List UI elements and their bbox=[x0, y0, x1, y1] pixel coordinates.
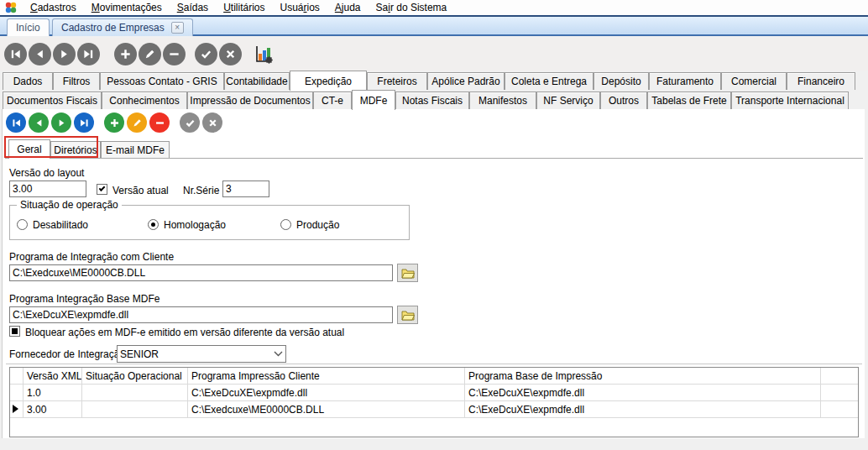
tab-filtros[interactable]: Filtros bbox=[53, 72, 100, 90]
col-programa-impressao-cliente[interactable]: Programa Impressão Cliente bbox=[188, 368, 465, 384]
tab-nf-servico[interactable]: NF Serviço bbox=[536, 92, 600, 109]
prior-record-button[interactable] bbox=[29, 43, 51, 65]
tab-freteiros[interactable]: Freteiros bbox=[367, 72, 427, 90]
subtab-diretorios[interactable]: Diretórios bbox=[50, 141, 101, 158]
cell-versao[interactable]: 3.00 bbox=[24, 401, 82, 417]
nr-serie-label: Nr.Série bbox=[183, 185, 219, 196]
confirm-button-inner[interactable] bbox=[180, 112, 200, 133]
menu-bar: Cadastros Movimentações Saídas Utilitári… bbox=[0, 0, 868, 15]
cell-prog-cliente[interactable]: C:\Exedcuxe\ME0000CB.DLL bbox=[188, 401, 465, 417]
insert-record-button-inner[interactable] bbox=[104, 112, 124, 133]
tab-coleta-e-entrega[interactable]: Coleta e Entrega bbox=[505, 72, 593, 90]
cancel-button[interactable] bbox=[219, 43, 242, 65]
tab-faturamento[interactable]: Faturamento bbox=[649, 72, 721, 90]
prog-integracao-cliente-label: Programa de Integração com Cliente bbox=[9, 251, 174, 263]
tab-apolice-padrao[interactable]: Apólice Padrão bbox=[427, 72, 505, 90]
radio-homologacao-label: Homologação bbox=[164, 219, 226, 231]
tab-impressao-de-documentos[interactable]: Impressão de Documentos bbox=[187, 92, 313, 109]
close-tab-icon[interactable]: × bbox=[171, 22, 184, 34]
fornecedor-integracao-select[interactable]: SENIOR bbox=[117, 345, 286, 363]
menu-cadastros[interactable]: Cadastros bbox=[23, 1, 84, 14]
menu-sair-do-sistema[interactable]: Sair do Sistema bbox=[369, 1, 455, 14]
prog-integracao-base-input[interactable]: C:\ExeDcuXE\expmdfe.dll bbox=[9, 306, 393, 323]
cell-versao[interactable]: 1.0 bbox=[24, 385, 82, 400]
cell-prog-cliente[interactable]: C:\ExeDcuXE\expmdfe.dll bbox=[188, 385, 465, 400]
confirm-button[interactable] bbox=[195, 43, 217, 65]
situacao-operacao-groupbox: Situação de operação Desabilitado Homolo… bbox=[9, 205, 410, 240]
menu-usuarios[interactable]: Usuários bbox=[272, 1, 327, 14]
menu-ajuda[interactable]: Ajuda bbox=[327, 1, 369, 14]
expedicao-tab-bar: Documentos Fiscais Conhecimentos Impress… bbox=[3, 90, 849, 109]
menu-movimentacoes[interactable]: Movimentações bbox=[84, 1, 170, 14]
tab-pessoas-contato-gris[interactable]: Pessoas Contato - GRIS bbox=[100, 72, 224, 90]
delete-record-button[interactable] bbox=[163, 43, 186, 65]
prior-record-button-inner[interactable] bbox=[29, 112, 49, 133]
cell-situacao[interactable] bbox=[82, 401, 188, 417]
col-situacao-operacional[interactable]: Situação Operacional bbox=[82, 368, 188, 384]
grid-header-filler bbox=[821, 368, 858, 384]
prog-integracao-cliente-input[interactable]: C:\Exedcuxe\ME0000CB.DLL bbox=[9, 264, 393, 281]
versao-layout-label: Versão do layout bbox=[9, 167, 84, 179]
grid-row-1[interactable]: 1.0 C:\ExeDcuXE\expmdfe.dll C:\ExeDcuXE\… bbox=[10, 385, 858, 401]
subtab-email-mdfe[interactable]: E-mail MDFe bbox=[101, 141, 170, 158]
row-indicator-cell bbox=[10, 401, 24, 417]
grid-row-2-current[interactable]: 3.00 C:\Exedcuxe\ME0000CB.DLL C:\ExeDcuX… bbox=[10, 401, 858, 418]
last-record-button[interactable] bbox=[77, 43, 100, 65]
browse-cliente-button[interactable] bbox=[397, 264, 418, 282]
tab-deposito[interactable]: Depósito bbox=[593, 72, 649, 90]
radio-homologacao[interactable] bbox=[148, 219, 159, 230]
tab-expedicao[interactable]: Expedição bbox=[290, 71, 367, 91]
subtab-geral[interactable]: Geral bbox=[8, 139, 50, 159]
versao-layout-input[interactable]: 3.00 bbox=[9, 181, 86, 197]
nr-serie-input[interactable]: 3 bbox=[222, 181, 269, 197]
bloquear-acoes-checkbox[interactable] bbox=[9, 326, 20, 337]
radio-desabilitado[interactable] bbox=[17, 219, 28, 230]
app-logo-icon bbox=[4, 2, 18, 13]
row-indicator-cell bbox=[10, 385, 24, 400]
subtab-divider bbox=[5, 158, 863, 159]
tab-documentos-fiscais[interactable]: Documentos Fiscais bbox=[3, 92, 102, 109]
window-tab-inicio[interactable]: Início bbox=[7, 18, 50, 36]
versao-atual-checkbox[interactable] bbox=[97, 184, 107, 195]
window-tab-cadastro-de-empresas[interactable]: Cadastro de Empresas × bbox=[52, 18, 193, 36]
first-record-button[interactable] bbox=[4, 43, 27, 65]
next-record-button[interactable] bbox=[53, 43, 76, 65]
edit-record-button[interactable] bbox=[139, 43, 161, 65]
cell-situacao[interactable] bbox=[82, 385, 188, 400]
grayed-check-icon bbox=[12, 328, 18, 334]
cell-prog-base[interactable]: C:\ExeDcuXE\expmdfe.dll bbox=[465, 385, 821, 400]
last-record-button-inner[interactable] bbox=[74, 112, 94, 133]
delete-record-button-inner[interactable] bbox=[149, 112, 170, 133]
window-tab-bar: Início Cadastro de Empresas × bbox=[0, 17, 868, 36]
versao-atual-label: Versão atual bbox=[112, 185, 169, 196]
tab-comercial[interactable]: Comercial bbox=[721, 72, 787, 90]
chart-settings-icon[interactable] bbox=[252, 43, 275, 65]
tab-dados[interactable]: Dados bbox=[3, 72, 53, 90]
tab-financeiro[interactable]: Financeiro bbox=[787, 72, 855, 90]
tab-manifestos[interactable]: Manifestos bbox=[469, 92, 536, 109]
fornecedor-integracao-label: Fornecedor de Integração bbox=[9, 348, 125, 360]
tab-cte[interactable]: CT-e bbox=[313, 92, 352, 109]
insert-record-button[interactable] bbox=[114, 43, 137, 65]
menu-saidas[interactable]: Saídas bbox=[170, 1, 216, 14]
cancel-button-inner[interactable] bbox=[202, 112, 222, 133]
company-tab-bar: Dados Filtros Pessoas Contato - GRIS Con… bbox=[3, 71, 855, 90]
tab-contabilidade[interactable]: Contabilidade bbox=[224, 72, 290, 90]
radio-producao[interactable] bbox=[280, 219, 291, 230]
first-record-button-inner[interactable] bbox=[6, 112, 26, 133]
browse-base-button[interactable] bbox=[397, 306, 418, 324]
col-programa-base-impressao[interactable]: Programa Base de Impressão bbox=[465, 368, 821, 384]
tab-tabelas-de-frete[interactable]: Tabelas de Frete bbox=[647, 92, 731, 109]
edit-record-button-inner[interactable] bbox=[127, 112, 147, 133]
tab-conhecimentos[interactable]: Conhecimentos bbox=[102, 92, 187, 109]
versions-grid[interactable]: Versão XML Situação Operacional Programa… bbox=[9, 367, 859, 437]
bloquear-acoes-label: Bloquear ações em MDF-e emitido em versã… bbox=[25, 327, 344, 338]
tab-mdfe[interactable]: MDFe bbox=[352, 90, 395, 110]
col-versao-xml[interactable]: Versão XML bbox=[24, 368, 82, 384]
next-record-button-inner[interactable] bbox=[51, 112, 71, 133]
tab-transporte-internacional[interactable]: Transporte Internacional bbox=[731, 92, 849, 109]
menu-utilitarios[interactable]: Utilitários bbox=[216, 1, 272, 14]
tab-outros[interactable]: Outros bbox=[600, 92, 647, 109]
tab-notas-fiscais[interactable]: Notas Fiscais bbox=[395, 92, 469, 109]
cell-prog-base[interactable]: C:\ExeDcuXE\expmdfe.dll bbox=[465, 401, 821, 417]
